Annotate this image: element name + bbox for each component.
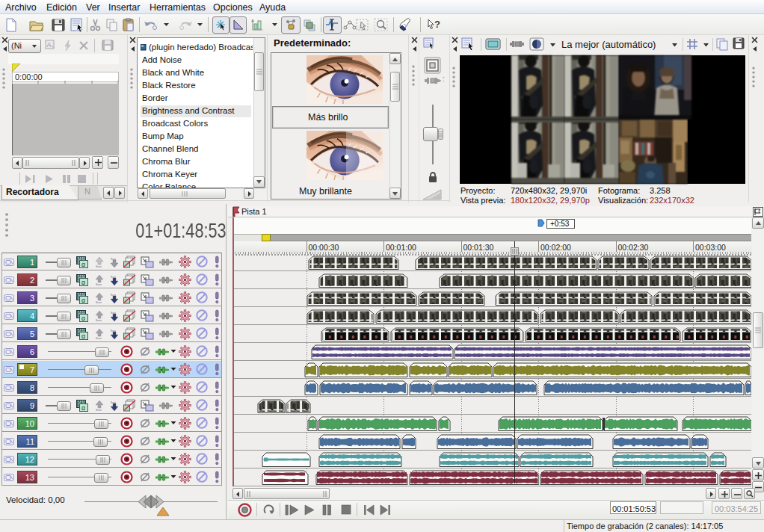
svg-text:?: ? <box>434 19 440 30</box>
svg-text:α: α <box>81 279 85 286</box>
svg-text:α: α <box>81 332 85 340</box>
svg-text:α: α <box>81 404 85 412</box>
svg-text:α: α <box>81 315 85 322</box>
svg-text:α: α <box>81 297 85 304</box>
svg-text:α: α <box>81 261 85 268</box>
svg-text:A: A <box>47 41 52 49</box>
